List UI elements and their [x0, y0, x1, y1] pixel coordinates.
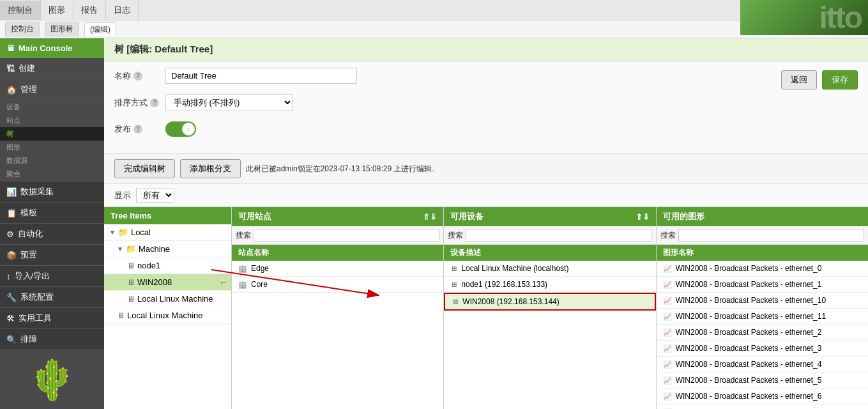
display-label: 显示	[114, 190, 131, 201]
sidebar-item-automation[interactable]: ⚙ 自动化	[0, 224, 104, 245]
file-icon-win2008: 🖥	[127, 278, 135, 287]
graphs-search-input[interactable]	[678, 229, 864, 242]
sidebar-sites-label: 站点	[0, 114, 104, 127]
graph-item-1: WIN2008 - Broadcast Packets - ethernet_1	[676, 280, 822, 289]
sidebar-item-manage[interactable]: 🏠 管理	[0, 79, 104, 100]
name-input[interactable]	[165, 68, 357, 84]
sidebar-item-importexport[interactable]: ↕ 导入/导出	[0, 266, 104, 287]
nav-reports[interactable]: 报告	[73, 1, 106, 20]
importexport-icon: ↕	[6, 272, 11, 281]
list-item[interactable]: 🏢 Edge	[232, 261, 443, 277]
list-item[interactable]: 📈 WIN2008 - Broadcast Packets - ethernet…	[657, 389, 868, 405]
preset-icon: 📦	[6, 251, 17, 260]
graph-icon-7: 📈	[663, 376, 672, 385]
tree-item-local-linux2[interactable]: 🖥 Local Linux Machine	[104, 307, 231, 324]
graph-icon-5: 📈	[663, 344, 672, 353]
finish-edit-button[interactable]: 完成编辑树	[114, 159, 175, 178]
graphs-search-label: 搜索	[660, 230, 676, 241]
devices-search-input[interactable]	[466, 229, 651, 242]
sidebar-item-datacollect[interactable]: 📊 数据采集	[0, 181, 104, 203]
page-title: 树 [编辑: Default Tree]	[104, 38, 868, 61]
sort-help-icon[interactable]: ?	[150, 98, 159, 107]
publish-toggle[interactable]: ↑	[165, 121, 196, 137]
sites-search-input[interactable]	[254, 229, 439, 242]
breadcrumb-graphs[interactable]: 图形树	[45, 22, 79, 36]
device-icon-1: 🖥	[450, 281, 457, 288]
name-help-icon[interactable]: ?	[133, 72, 142, 81]
devices-sort-icon[interactable]: ⇑⇓	[636, 212, 650, 222]
sites-panel-header: 可用站点 ⇑⇓	[232, 207, 443, 226]
sites-sort-icon[interactable]: ⇑⇓	[423, 212, 437, 222]
datacollect-icon: 📊	[6, 187, 17, 197]
graphs-search-area: 搜索	[657, 226, 868, 245]
sidebar-item-debug[interactable]: 🔍 排障	[0, 329, 104, 350]
devices-panel: 可用设备 ⇑⇓ 搜索 设备描述 🖥 Local Linux Machine (l…	[444, 207, 656, 409]
toggle-knob: ↑	[182, 123, 195, 135]
list-item[interactable]: 📈 WIN2008 - Broadcast Packets - ethernet…	[657, 341, 868, 357]
list-item[interactable]: 📈 WIN2008 - Broadcast Packets - ethernet…	[657, 261, 868, 277]
sysconfig-icon: 🔧	[6, 293, 17, 302]
sidebar-item-tools[interactable]: 🛠 实用工具	[0, 308, 104, 329]
list-item[interactable]: 📈 WIN2008 - Broadcast Packets - ethernet…	[657, 277, 868, 293]
list-item[interactable]: 📈 WIN2008 - Broadcast Packets - ethernet…	[657, 373, 868, 389]
sidebar-item-create[interactable]: 🏗 创建	[0, 58, 104, 79]
graph-icon-2: 📈	[663, 297, 672, 305]
list-item[interactable]: 🖥 Local Linux Machine (localhost)	[444, 261, 655, 277]
folder-icon-local: 📁	[118, 228, 128, 237]
add-branch-button[interactable]: 添加根分支	[180, 159, 241, 178]
sidebar-item-template[interactable]: 📋 模板	[0, 203, 104, 224]
sidebar-aggregate-label: 聚合	[0, 167, 104, 181]
template-icon: 📋	[6, 208, 17, 218]
return-button[interactable]: 返回	[781, 70, 817, 89]
automation-icon: ⚙	[6, 229, 14, 239]
arrow-indicator: ←	[219, 277, 228, 288]
device-item-0: Local Linux Machine (localhost)	[461, 264, 568, 273]
nav-graphs[interactable]: 图形	[41, 1, 73, 20]
sidebar-devices-label: 设备	[0, 100, 104, 114]
display-select[interactable]: 所有	[136, 188, 174, 203]
file-icon-llinux1: 🖥	[127, 295, 135, 304]
tree-item-local[interactable]: ▼ 📁 Local	[104, 224, 231, 241]
debug-icon: 🔍	[6, 335, 17, 344]
save-button[interactable]: 保存	[822, 70, 858, 89]
nav-console[interactable]: 控制台	[0, 1, 41, 20]
list-item[interactable]: 🖥 node1 (192.168.153.133)	[444, 277, 655, 293]
sidebar-item-sysconfig[interactable]: 🔧 系统配置	[0, 287, 104, 308]
list-item[interactable]: 📈 WIN2008 - Broadcast Packets - ethernet…	[657, 325, 868, 341]
file-icon-node1: 🖥	[127, 261, 135, 270]
breadcrumb-edit[interactable]: (编辑)	[84, 22, 116, 36]
tree-item-local-linux1[interactable]: 🖥 Local Linux Machine	[104, 291, 231, 307]
device-item-2: WIN2008 (192.168.153.144)	[462, 297, 559, 306]
sites-panel: 可用站点 ⇑⇓ 搜索 站点名称 🏢 Edge	[232, 207, 444, 409]
graphs-list: 📈 WIN2008 - Broadcast Packets - ethernet…	[657, 261, 868, 409]
tree-item-node1[interactable]: 🖥 node1	[104, 258, 231, 274]
list-item[interactable]: 🏢 Core	[232, 277, 443, 293]
sites-list: 🏢 Edge 🏢 Core	[232, 261, 443, 409]
graph-item-4: WIN2008 - Broadcast Packets - ethernet_2	[676, 328, 822, 337]
devices-col-header: 设备描述	[444, 245, 655, 261]
sidebar-header: 🖥 Main Console	[0, 38, 104, 58]
nav-logs[interactable]: 日志	[106, 1, 139, 20]
name-label: 名称 ?	[114, 70, 165, 82]
device-icon-2: 🖥	[452, 298, 459, 305]
sort-select[interactable]: 手动排列 (不排列)	[165, 94, 293, 111]
graph-item-3: WIN2008 - Broadcast Packets - ethernet_1…	[676, 312, 826, 321]
manage-icon: 🏠	[6, 85, 17, 95]
breadcrumb-console[interactable]: 控制台	[5, 22, 40, 36]
sites-col-header: 站点名称	[232, 245, 443, 261]
list-item-highlighted[interactable]: 🖥 WIN2008 (192.168.153.144)	[444, 293, 655, 311]
expand-icon-local: ▼	[109, 229, 116, 236]
tree-item-label: Local Linux Machine	[127, 311, 203, 320]
site-item-edge: Edge	[251, 264, 269, 273]
list-item[interactable]: 📈 WIN2008 - Broadcast Packets - ethernet…	[657, 309, 868, 325]
list-item[interactable]: 📈 WIN2008 - Broadcast Packets - ethernet…	[657, 405, 868, 409]
graph-item-0: WIN2008 - Broadcast Packets - ethernet_0	[676, 264, 822, 273]
tree-item-machine[interactable]: ▼ 📁 Machine	[104, 241, 231, 258]
publish-help-icon[interactable]: ?	[133, 125, 142, 134]
lock-message: 此树已被admin锁定在2023-07-13 15:08:29 上进行编辑.	[246, 164, 434, 174]
tree-panel: Tree Items ▼ 📁 Local ▼ 📁 Machine 🖥	[104, 207, 232, 409]
list-item[interactable]: 📈 WIN2008 - Broadcast Packets - ethernet…	[657, 357, 868, 373]
tree-item-win2008[interactable]: 🖥 WIN2008 ←	[104, 274, 231, 291]
sidebar-item-preset[interactable]: 📦 预置	[0, 245, 104, 266]
list-item[interactable]: 📈 WIN2008 - Broadcast Packets - ethernet…	[657, 293, 868, 309]
